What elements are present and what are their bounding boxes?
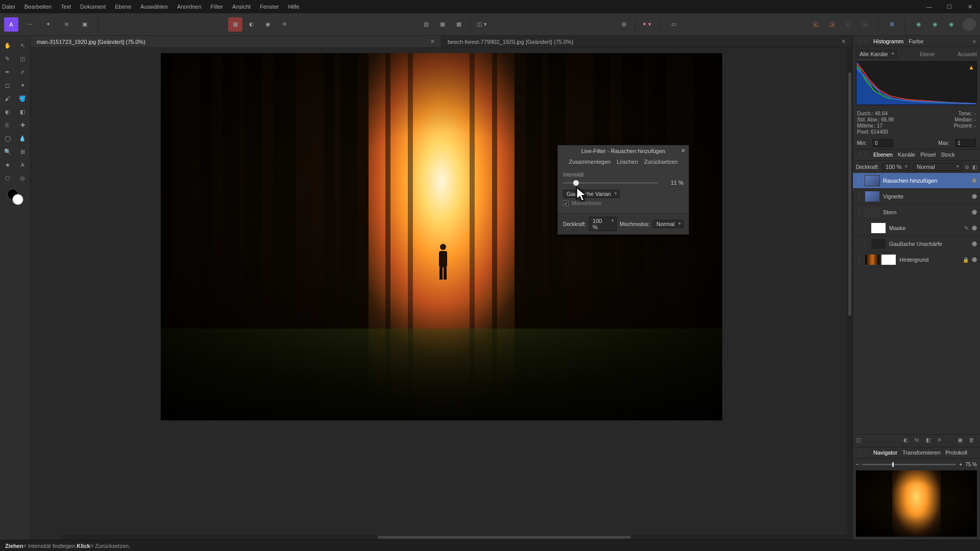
- visibility-toggle[interactable]: [972, 194, 977, 199]
- layer-fx-icon[interactable]: ⚙: [965, 164, 969, 170]
- heal-tool-icon[interactable]: ✚: [15, 118, 31, 132]
- document-tab-2[interactable]: beech-forest-779902_1920.jpg [Geändert] …: [442, 36, 852, 47]
- menu-hilfe[interactable]: Hilfe: [288, 4, 299, 10]
- panel-grip-icon[interactable]: ⋮⋮: [857, 449, 868, 456]
- snap1-icon[interactable]: ◉: [912, 17, 926, 32]
- shape-tool-icon[interactable]: ★: [0, 158, 15, 171]
- close-icon[interactable]: ✕: [430, 38, 435, 45]
- delete-button[interactable]: Löschen: [617, 159, 638, 165]
- slider-thumb[interactable]: [573, 180, 579, 186]
- viewport[interactable]: Live-Filter - Rauschen hinzufügen ✕ Zusa…: [31, 48, 852, 540]
- arrange-back-icon[interactable]: ◱: [808, 17, 823, 32]
- color-swatch[interactable]: [7, 189, 23, 205]
- layer-row[interactable]: ⋮ Rauschen hinzufügen: [853, 173, 980, 189]
- navigator-thumbnail[interactable]: [856, 470, 977, 537]
- menu-datei[interactable]: Datei: [2, 4, 15, 10]
- flood-select-tool-icon[interactable]: ✦: [15, 79, 31, 92]
- layer-row[interactable]: ⋮ Vignette: [853, 189, 980, 205]
- arrange-dim2-icon[interactable]: ◲: [857, 17, 872, 32]
- blend-dropdown[interactable]: Normal: [653, 220, 683, 228]
- node-tool-icon[interactable]: ◎: [15, 171, 31, 185]
- color-picker-tool-icon[interactable]: ✎: [0, 52, 15, 65]
- assistant-icon[interactable]: ✦ ▾: [640, 17, 654, 32]
- arrange-front-icon[interactable]: ◲: [825, 17, 839, 32]
- layer-delete-icon[interactable]: 🗑: [969, 437, 977, 445]
- layer-row[interactable]: ⋮ Gaußsche Unschärfe: [853, 236, 980, 252]
- scope-selection-label[interactable]: Auswahl: [958, 52, 977, 57]
- hand-tool-icon[interactable]: ✋: [0, 39, 15, 52]
- preview-icon[interactable]: ▭: [667, 17, 681, 32]
- move-tool-icon[interactable]: ↖: [15, 39, 31, 52]
- intensity-slider[interactable]: [563, 182, 658, 184]
- tab-brushes[interactable]: Pinsel: [920, 152, 936, 158]
- menu-fenster[interactable]: Fenster: [260, 4, 279, 10]
- min-input[interactable]: [873, 139, 893, 147]
- layer-opacity-dropdown[interactable]: 100 %: [882, 163, 910, 171]
- tab-layers[interactable]: Ebenen: [873, 152, 893, 158]
- tab-transform[interactable]: Transformieren: [902, 449, 940, 456]
- menu-ansicht[interactable]: Ansicht: [232, 4, 251, 10]
- menu-text[interactable]: Text: [61, 4, 71, 10]
- vector-tool-icon[interactable]: ⬠: [0, 171, 15, 185]
- blur-tool-icon[interactable]: 💧: [15, 132, 31, 145]
- close-icon[interactable]: ✕: [681, 147, 685, 154]
- gradient-tool-icon[interactable]: ◐: [0, 105, 15, 118]
- maximize-button[interactable]: ☐: [939, 0, 960, 13]
- snap3-icon[interactable]: ◉: [944, 17, 959, 32]
- zoom-tool-icon[interactable]: 🔍: [0, 145, 15, 158]
- visibility-toggle[interactable]: [972, 241, 977, 246]
- zoom-in-button[interactable]: +: [959, 462, 962, 467]
- tab-channels[interactable]: Kanäle: [898, 152, 915, 158]
- tab-history[interactable]: Protokoll: [945, 449, 967, 456]
- lock-icon[interactable]: 🔒: [963, 257, 969, 263]
- tab-navigator[interactable]: Navigator: [873, 449, 897, 456]
- layer-adjust-icon[interactable]: ◐: [903, 437, 912, 445]
- marquee-tool-icon[interactable]: ◻: [0, 79, 15, 92]
- layer-row[interactable]: ⋮ Maske ✎: [853, 220, 980, 236]
- persona-develop-icon[interactable]: ✦: [41, 17, 55, 32]
- menu-filter[interactable]: Filter: [211, 4, 223, 10]
- panel-grip-icon[interactable]: ⋮⋮: [857, 38, 868, 44]
- layer-mask-icon[interactable]: ◫: [856, 437, 864, 445]
- text-tool-icon[interactable]: A: [15, 158, 31, 171]
- grid-icon[interactable]: ▥: [419, 17, 433, 32]
- eraser-tool-icon[interactable]: ◧: [15, 105, 31, 118]
- visibility-toggle[interactable]: [972, 257, 977, 262]
- distribution-dropdown[interactable]: Gauß'sche Varian: [563, 190, 620, 198]
- tab-stock[interactable]: Stock: [941, 152, 955, 158]
- tab-histogram[interactable]: Histogramm: [873, 38, 903, 44]
- horizontal-scrollbar[interactable]: [61, 535, 852, 540]
- grid3-icon[interactable]: ▩: [452, 17, 466, 32]
- close-button[interactable]: ✕: [960, 0, 980, 13]
- menu-anordnen[interactable]: Anordnen: [177, 4, 202, 10]
- layer-blend-icon[interactable]: ◧: [926, 437, 934, 445]
- menu-auswaehlen[interactable]: Auswählen: [140, 4, 168, 10]
- reset-button[interactable]: Zurücksetzen: [644, 159, 678, 165]
- max-input[interactable]: [955, 139, 976, 147]
- snap2-icon[interactable]: ◉: [928, 17, 942, 32]
- persona-liquify-icon[interactable]: 〰: [22, 17, 37, 32]
- visibility-toggle[interactable]: [972, 178, 977, 183]
- alignment-icon[interactable]: ≣: [885, 17, 899, 32]
- crop-mode-icon[interactable]: ◫ ▾: [475, 17, 489, 32]
- clone-tool-icon[interactable]: ⎘: [0, 118, 15, 132]
- mesh-tool-icon[interactable]: ⊞: [15, 145, 31, 158]
- live-filter-dialog[interactable]: Live-Filter - Rauschen hinzufügen ✕ Zusa…: [557, 145, 689, 235]
- panel-menu-icon[interactable]: ≡: [973, 38, 976, 44]
- document-tab-1[interactable]: man-3151723_1920.jpg [Geändert] (75.0%) …: [31, 36, 442, 47]
- crop-tool-icon[interactable]: ◫: [15, 52, 31, 65]
- visibility-toggle[interactable]: [972, 210, 977, 215]
- menu-dokument[interactable]: Dokument: [80, 4, 106, 10]
- arrange-dim1-icon[interactable]: ◱: [841, 17, 855, 32]
- brush-tool-icon[interactable]: 🖌: [0, 92, 15, 105]
- close-icon[interactable]: ✕: [841, 38, 846, 45]
- foreground-color-swatch[interactable]: [12, 194, 23, 205]
- layer-crop-icon[interactable]: ✕: [937, 437, 945, 445]
- pen-tool-icon[interactable]: ✒: [0, 65, 15, 79]
- account-avatar[interactable]: [963, 18, 976, 31]
- menu-ebene[interactable]: Ebene: [115, 4, 131, 10]
- grid2-icon[interactable]: ▦: [435, 17, 450, 32]
- layer-fx-icon[interactable]: fx: [915, 437, 923, 445]
- selection-invert-icon[interactable]: ◐: [244, 17, 259, 32]
- transform-icon[interactable]: ⊞: [617, 17, 631, 32]
